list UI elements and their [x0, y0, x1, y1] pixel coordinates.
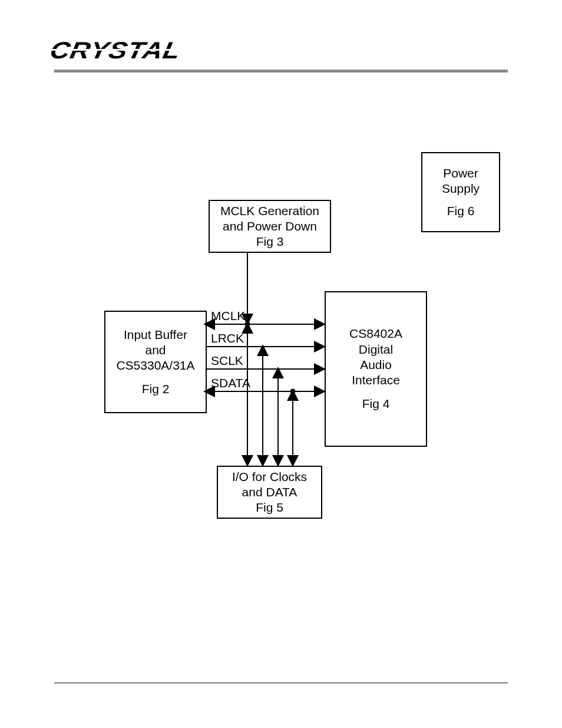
page-root: CRYSTAL Power Supply Fig 6 MCLK Generati… [0, 0, 562, 728]
footer-rule [54, 683, 508, 683]
wiring-svg [0, 0, 562, 728]
